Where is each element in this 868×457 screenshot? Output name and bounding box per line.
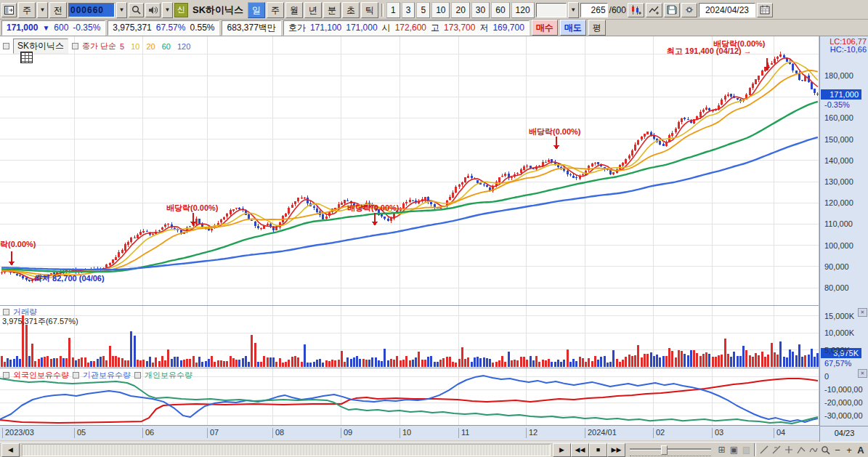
stop-button[interactable]: ■ [589, 443, 607, 457]
sell-button[interactable]: 매도 [560, 20, 586, 36]
holdings-legend: 외국인보유수량기관보유수량개인보유수량 [3, 370, 192, 381]
chart-plot[interactable] [0, 36, 819, 425]
toolbar-divider [754, 443, 756, 456]
jeon-button[interactable]: 전 [49, 2, 67, 18]
calendar-icon[interactable] [757, 3, 773, 17]
screen-toggle-icon[interactable] [1, 3, 17, 17]
speaker-icon[interactable] [145, 3, 161, 17]
settings-gear-icon[interactable] [681, 3, 697, 17]
slider-handle[interactable] [661, 445, 668, 455]
interval-button-group: 13510203060120 [386, 2, 535, 18]
chart-scrollbar-track[interactable] [22, 444, 551, 456]
timeframe-button-1[interactable]: 주 [267, 2, 284, 18]
holdings-tick: -20,000,00 [824, 398, 863, 407]
candle-count-input[interactable]: 265 [580, 3, 608, 17]
period-prefix-dropdown-icon[interactable]: ▼ [37, 2, 48, 18]
holdings-legend-0: 외국인보유수량 [13, 370, 69, 381]
current-volume-pct: 67,57% [824, 359, 851, 368]
volume-group: 3,975,371 67.57% 0.55% [108, 20, 219, 36]
scroll-left-button[interactable]: ◀ [1, 443, 20, 457]
save-icon[interactable] [664, 3, 680, 17]
price-change-pct: -0.35% [73, 23, 100, 33]
zoom-in-button[interactable]: + [843, 445, 855, 456]
right-axis[interactable]: LC:106,77 HC:-10,66 171,000 -0.35% 3,975… [819, 36, 868, 445]
font-size-button[interactable]: A [855, 445, 867, 456]
volume-tick: 10,000K [824, 328, 854, 337]
price-info-bar: 171,000 ▼ 600 -0.35% 3,975,371 67.57% 0.… [0, 20, 868, 36]
rewind-button[interactable]: ◀◀ [571, 443, 589, 457]
open-label: 시 [382, 22, 391, 34]
interval-button-4[interactable]: 20 [451, 2, 469, 18]
price-tick: 90,000 [824, 262, 849, 271]
fast-forward-button[interactable]: ▶▶ [607, 443, 625, 457]
timeframe-button-4[interactable]: 분 [323, 2, 341, 18]
new-issue-badge: 신 [174, 3, 188, 17]
drawing-tools-group [758, 444, 819, 456]
buy-button[interactable]: 매수 [532, 20, 558, 36]
grid-toggle-icon[interactable] [20, 52, 33, 63]
axis-corner-date: 04/23 [820, 426, 868, 440]
volume-tick: 15,000K [824, 312, 854, 320]
search-icon[interactable] [129, 3, 144, 17]
trendline-tool-icon-4[interactable] [807, 444, 819, 456]
timeframe-button-5[interactable]: 초 [342, 2, 360, 18]
month-label-11: 03 [712, 428, 723, 438]
price-tick: 160,000 [824, 113, 853, 122]
magnifier-icon[interactable] [819, 444, 832, 456]
cascade-windows-icon[interactable]: ▣ [728, 444, 740, 456]
trendline-tool-icon-1[interactable] [770, 444, 782, 456]
annotation-2: 배당락(0.00%) [166, 203, 219, 214]
current-price-badge: 171,000 [821, 89, 861, 100]
date-axis[interactable]: 2023/0305060708091011122024/01020304 [0, 425, 819, 440]
timeframe-button-group: 일주월년분초틱 [248, 2, 378, 18]
new-window-icon[interactable]: ⊞ [715, 444, 728, 456]
add-line-chart-icon[interactable] [646, 3, 662, 17]
avg-button[interactable]: 평 [588, 20, 606, 36]
timeframe-button-3[interactable]: 년 [304, 2, 322, 18]
low-price: 169,700 [492, 23, 524, 33]
period-prefix-button[interactable]: 주 [18, 2, 36, 18]
interval-button-0[interactable]: 1 [386, 2, 400, 18]
trendline-tool-icon-3[interactable] [795, 444, 807, 456]
main-toolbar: 주▼ 전 000660▼ ▼ 신 SK하이닉스 일주월년분초틱 13510203… [0, 0, 868, 20]
trendline-tool-icon-2[interactable] [782, 444, 795, 456]
ma-legend-title: 종가 단순 [82, 41, 116, 52]
stock-code-input[interactable]: 000660 [68, 3, 115, 17]
hc-value: HC:-10,66 [830, 45, 867, 54]
interval-button-2[interactable]: 5 [416, 2, 430, 18]
holdings-tick: -10,000,00 [824, 385, 863, 394]
zoom-slider[interactable] [630, 444, 711, 456]
zoom-out-button[interactable]: − [832, 445, 843, 456]
pane-collapse-icon[interactable]: ✕ [858, 369, 867, 378]
month-label-7: 11 [458, 428, 469, 438]
price-tick: 150,000 [824, 135, 853, 144]
interval-button-7[interactable]: 120 [511, 2, 535, 18]
ma-legend-item-120: 120 [177, 42, 190, 51]
month-label-10: 02 [653, 428, 665, 438]
interval-button-6[interactable]: 60 [491, 2, 509, 18]
pane-collapse-icon[interactable]: ✕ [858, 308, 867, 317]
chart-date-input[interactable]: 2024/04/23 [699, 3, 755, 17]
interval-button-3[interactable]: 10 [431, 2, 450, 18]
interval-button-1[interactable]: 3 [402, 2, 415, 18]
price-tick: 130,000 [824, 177, 853, 186]
trendline-tool-icon-0[interactable] [758, 444, 770, 456]
volume-rate: 67.57% [156, 23, 186, 33]
timeframe-button-0[interactable]: 일 [248, 2, 265, 18]
bid-price: 171,000 [346, 23, 377, 33]
interval-custom-dropdown[interactable] [536, 3, 567, 17]
interval-button-5[interactable]: 30 [471, 2, 490, 18]
add-candle-chart-icon[interactable] [628, 3, 644, 17]
timeframe-button-6[interactable]: 틱 [361, 2, 378, 18]
month-label-8: 12 [526, 428, 538, 438]
timeframe-button-2[interactable]: 월 [285, 2, 303, 18]
speaker-dropdown-icon[interactable]: ▼ [162, 2, 173, 18]
candle-max-label: /600 [609, 5, 626, 15]
interval-dropdown-icon[interactable]: ▼ [568, 2, 579, 18]
holdings-legend-1: 기관보유수량 [83, 370, 131, 381]
play-button[interactable]: ▶ [553, 443, 571, 457]
ma-legend-items: 5102060120 [120, 42, 190, 51]
bottom-toolbar: ◀ ▶ ◀◀ ■ ▶▶ ⊞ ▣ ▨ − + A [0, 442, 868, 457]
legend-marker-icon [3, 309, 9, 315]
code-dropdown-icon[interactable]: ▼ [116, 2, 127, 18]
